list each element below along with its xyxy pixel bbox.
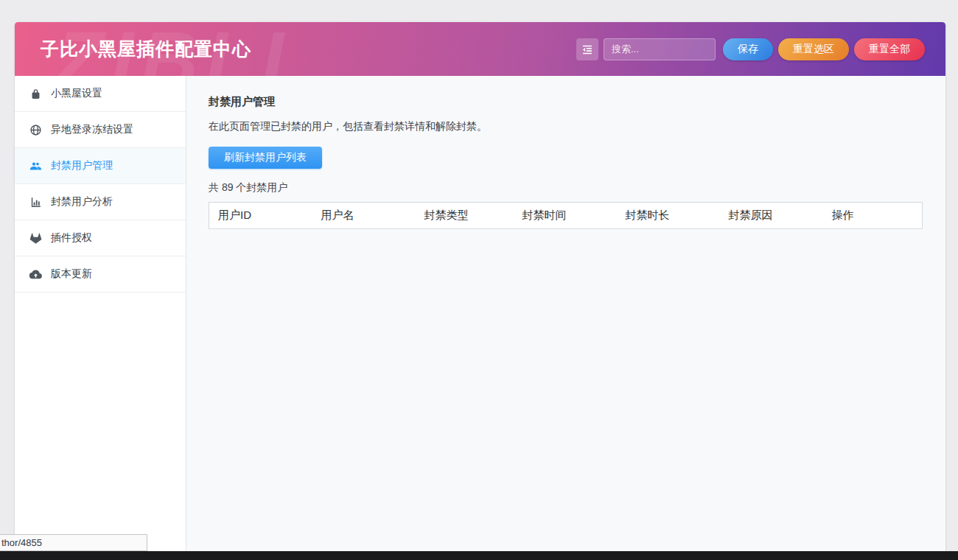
search-input[interactable] <box>604 38 716 60</box>
sidebar-item-label: 小黑屋设置 <box>51 87 102 100</box>
sidebar: 小黑屋设置异地登录冻结设置封禁用户管理封禁用户分析插件授权版本更新 <box>15 76 186 560</box>
refresh-banned-list-button[interactable]: 刷新封禁用户列表 <box>209 147 322 169</box>
bottom-bar <box>0 551 958 560</box>
column-header: 用户名 <box>312 203 416 229</box>
header-controls: 保存 重置选区 重置全部 <box>576 38 925 60</box>
column-header: 用户ID <box>209 203 312 229</box>
browser-link-preview: thor/4855 <box>0 534 147 551</box>
sidebar-item-label: 版本更新 <box>51 267 92 281</box>
sidebar-item-banned-analytics[interactable]: 封禁用户分析 <box>15 184 186 220</box>
column-header: 封禁原因 <box>720 203 823 229</box>
sidebar-item-label: 插件授权 <box>51 231 92 245</box>
users-icon <box>29 160 42 172</box>
table-header-row: 用户ID用户名封禁类型封禁时间封禁时长封禁原因操作 <box>209 203 923 229</box>
sidebar-item-remote-login-freeze[interactable]: 异地登录冻结设置 <box>15 112 186 148</box>
column-header: 封禁时间 <box>514 203 617 229</box>
header: ZIBLL 子比小黑屋插件配置中心 保存 重置选区 重置全部 <box>15 22 945 76</box>
reset-section-button[interactable]: 重置选区 <box>778 38 849 60</box>
sidebar-item-blackroom-settings[interactable]: 小黑屋设置 <box>15 76 186 112</box>
page-title: 子比小黑屋插件配置中心 <box>41 37 251 61</box>
lock-icon <box>29 88 42 100</box>
body-row: 小黑屋设置异地登录冻结设置封禁用户管理封禁用户分析插件授权版本更新 封禁用户管理… <box>15 76 945 560</box>
column-header: 操作 <box>823 203 923 229</box>
outdent-icon[interactable] <box>576 38 598 60</box>
sidebar-item-label: 封禁用户管理 <box>51 159 113 172</box>
banned-count-text: 共 89 个封禁用户 <box>209 181 923 195</box>
banned-users-table: 用户ID用户名封禁类型封禁时间封禁时长封禁原因操作 <box>209 202 923 229</box>
sidebar-item-label: 封禁用户分析 <box>51 195 113 209</box>
globe-icon <box>29 124 42 136</box>
sidebar-item-label: 异地登录冻结设置 <box>51 123 133 136</box>
save-button[interactable]: 保存 <box>723 38 773 60</box>
reset-all-button[interactable]: 重置全部 <box>854 38 925 60</box>
sidebar-item-plugin-license[interactable]: 插件授权 <box>15 220 186 256</box>
main-content: 封禁用户管理 在此页面管理已封禁的用户，包括查看封禁详情和解除封禁。 刷新封禁用… <box>186 76 945 560</box>
sidebar-item-banned-users[interactable]: 封禁用户管理 <box>15 148 186 184</box>
column-header: 封禁类型 <box>416 203 514 229</box>
gitlab-icon <box>29 232 42 245</box>
column-header: 封禁时长 <box>617 203 720 229</box>
plugin-config-panel: ZIBLL 子比小黑屋插件配置中心 保存 重置选区 重置全部 <box>15 22 945 560</box>
bar-chart-icon <box>29 196 42 209</box>
section-title: 封禁用户管理 <box>209 95 923 109</box>
cloud-upload-icon <box>29 268 42 281</box>
sidebar-item-version-update[interactable]: 版本更新 <box>15 256 186 293</box>
section-description: 在此页面管理已封禁的用户，包括查看封禁详情和解除封禁。 <box>209 120 923 133</box>
